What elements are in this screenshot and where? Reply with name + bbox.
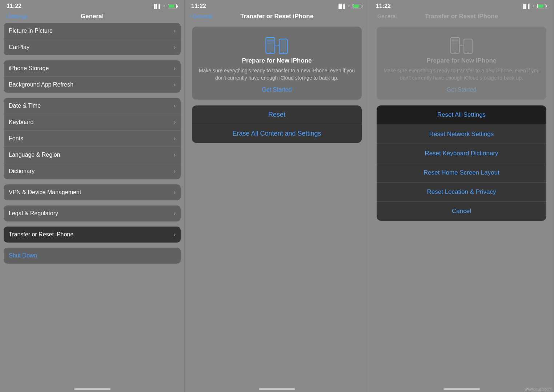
- panel-transfer-reset: 11:22 ▐▌▌ ≈ ‹ General Transfer or Reset …: [185, 0, 369, 392]
- row-label-lang: Language & Region: [9, 152, 60, 158]
- settings-group-4: VPN & Device Management ›: [4, 184, 181, 200]
- settings-content-1: Picture in Picture › CarPlay › iPhone St…: [0, 23, 184, 385]
- transfer-content: Prepare for New iPhone Make sure everyth…: [185, 23, 369, 385]
- prepare-title-faded: Prepare for New iPhone: [427, 57, 497, 64]
- reset-label-home: Reset Home Screen Layout: [423, 169, 499, 176]
- nav-back-label-2[interactable]: General: [193, 13, 212, 19]
- svg-point-14: [454, 52, 455, 53]
- settings-row-transfer[interactable]: Transfer or Reset iPhone ›: [4, 227, 181, 243]
- reset-item-all-settings[interactable]: Reset All Settings: [377, 105, 546, 125]
- svg-rect-17: [451, 43, 457, 44]
- settings-group-transfer: Transfer or Reset iPhone ›: [4, 227, 181, 243]
- signal-icon-1: ▐▌▌: [152, 4, 162, 9]
- home-indicator-2: [185, 385, 369, 392]
- status-icons-2: ▐▌▌ ≈: [337, 4, 362, 9]
- battery-body-1: [168, 4, 177, 8]
- watermark: www.deuaq.com: [525, 387, 551, 391]
- status-time-1: 11:22: [7, 3, 21, 9]
- action-menu: Reset Erase All Content and Settings: [192, 105, 362, 143]
- prepare-card: Prepare for New iPhone Make sure everyth…: [192, 27, 362, 100]
- wifi-icon-2: ≈: [348, 4, 351, 9]
- signal-icon-2: ▐▌▌: [337, 4, 346, 9]
- svg-point-11: [278, 45, 279, 46]
- prepare-link[interactable]: Get Started: [262, 87, 292, 93]
- reset-label-location: Reset Location & Privacy: [427, 188, 496, 196]
- nav-back-label-3[interactable]: General: [377, 13, 397, 19]
- settings-row-date-time[interactable]: Date & Time ›: [4, 98, 181, 114]
- row-label-shutdown: Shut Down: [9, 252, 37, 259]
- row-label-transfer: Transfer or Reset iPhone: [9, 231, 73, 238]
- battery-tip-2: [362, 5, 362, 7]
- chevron-right-icon: ›: [174, 135, 176, 142]
- settings-row-keyboard[interactable]: Keyboard ›: [4, 114, 181, 131]
- settings-row-iphone-storage[interactable]: iPhone Storage ›: [4, 60, 181, 77]
- reset-item-cancel[interactable]: Cancel: [377, 202, 546, 221]
- reset-menu: Reset All Settings Reset Network Setting…: [377, 105, 546, 221]
- action-item-erase[interactable]: Erase All Content and Settings: [192, 124, 362, 143]
- settings-row-background-app-refresh[interactable]: Background App Refresh ›: [4, 77, 181, 93]
- chevron-left-icon-3: ‹: [374, 12, 377, 20]
- row-label-keyboard: Keyboard: [9, 119, 34, 125]
- status-bar-2: 11:22 ▐▌▌ ≈: [185, 0, 369, 11]
- svg-point-8: [282, 52, 284, 53]
- nav-back-1[interactable]: ‹ Settings: [5, 12, 28, 20]
- panel-general-settings: 11:22 ▐▌▌ ≈ ‹ Settings General Picture i…: [0, 0, 185, 392]
- home-indicator-1: [0, 385, 184, 392]
- svg-rect-16: [451, 41, 458, 42]
- settings-row-language-region[interactable]: Language & Region ›: [4, 147, 181, 163]
- reset-content: Prepare for New iPhone Make sure everyth…: [369, 23, 554, 385]
- prepare-desc-faded: Make sure everything's ready to transfer…: [382, 67, 541, 81]
- row-label-dict: Dictionary: [9, 168, 35, 175]
- svg-point-22: [461, 45, 462, 46]
- action-item-reset[interactable]: Reset: [192, 105, 362, 124]
- nav-title-2: Transfer or Reset iPhone: [240, 13, 313, 20]
- settings-row-carplay[interactable]: CarPlay ›: [4, 39, 181, 55]
- battery-body-2: [353, 4, 361, 8]
- row-label-storage: iPhone Storage: [9, 65, 49, 72]
- battery-body-3: [537, 4, 546, 8]
- chevron-right-icon: ›: [174, 44, 176, 51]
- reset-item-location-privacy[interactable]: Reset Location & Privacy: [377, 183, 546, 202]
- reset-item-network[interactable]: Reset Network Settings: [377, 125, 546, 144]
- home-bar-1: [74, 388, 111, 390]
- settings-row-dictionary[interactable]: Dictionary ›: [4, 163, 181, 179]
- svg-rect-19: [465, 40, 471, 51]
- battery-fill-3: [538, 5, 543, 8]
- reset-item-home-screen[interactable]: Reset Home Screen Layout: [377, 163, 546, 183]
- status-bar-1: 11:22 ▐▌▌ ≈: [0, 0, 184, 11]
- settings-row-shutdown[interactable]: Shut Down: [4, 248, 181, 264]
- settings-row-legal[interactable]: Legal & Regulatory ›: [4, 205, 181, 221]
- home-bar-2: [259, 388, 295, 390]
- chevron-right-icon: ›: [174, 168, 176, 175]
- settings-row-fonts[interactable]: Fonts ›: [4, 131, 181, 147]
- nav-back-label-1[interactable]: Settings: [8, 13, 28, 19]
- reset-label-cancel: Cancel: [452, 208, 471, 215]
- battery-icon-2: [353, 4, 362, 8]
- reset-item-keyboard-dict[interactable]: Reset Keyboard Dictionary: [377, 144, 546, 163]
- reset-label-keyboard: Reset Keyboard Dictionary: [425, 150, 498, 157]
- svg-point-9: [275, 45, 276, 46]
- nav-back-2[interactable]: ‹ General: [190, 12, 212, 20]
- prepare-card-faded: Prepare for New iPhone Make sure everyth…: [377, 27, 546, 100]
- battery-tip-3: [546, 5, 547, 7]
- settings-row-vpn[interactable]: VPN & Device Management ›: [4, 184, 181, 200]
- prepare-desc: Make sure everything's ready to transfer…: [198, 67, 356, 81]
- battery-fill-2: [353, 5, 359, 8]
- chevron-right-icon: ›: [174, 231, 176, 238]
- row-label-vpn: VPN & Device Management: [9, 189, 81, 196]
- battery-tip-1: [177, 5, 178, 7]
- prepare-link-faded[interactable]: Get Started: [447, 87, 477, 93]
- svg-rect-5: [267, 43, 272, 44]
- settings-group-shutdown: Shut Down: [4, 248, 181, 264]
- svg-rect-7: [280, 40, 286, 51]
- chevron-right-icon: ›: [174, 189, 176, 196]
- status-icons-1: ▐▌▌ ≈: [152, 4, 178, 9]
- nav-title-3: Transfer or Reset iPhone: [425, 13, 498, 20]
- action-label-reset: Reset: [268, 111, 285, 119]
- svg-point-20: [467, 52, 469, 53]
- nav-back-3[interactable]: ‹ General: [374, 12, 397, 20]
- settings-row-picture-in-picture[interactable]: Picture in Picture ›: [4, 23, 181, 39]
- chevron-right-icon: ›: [174, 210, 176, 217]
- svg-rect-15: [451, 40, 458, 41]
- wifi-icon-1: ≈: [164, 4, 166, 9]
